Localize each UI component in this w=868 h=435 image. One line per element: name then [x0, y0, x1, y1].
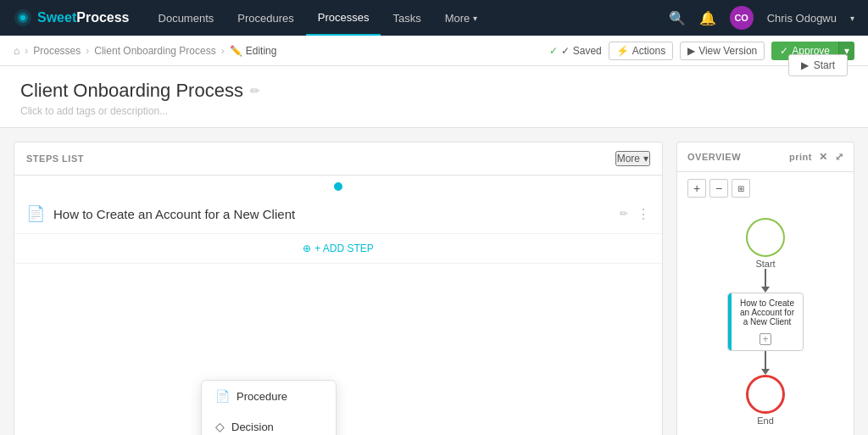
step-procedure-icon: 📄	[26, 204, 45, 223]
diagram-start-node	[746, 218, 785, 257]
logo[interactable]: SweetProcess	[14, 8, 130, 27]
svg-point-2	[20, 15, 25, 20]
main-content: STEPS LIST More ▾ 📄 How to Create an Acc…	[0, 128, 868, 435]
steps-more-button[interactable]: More ▾	[615, 151, 650, 166]
dropdown-procedure[interactable]: 📄 Procedure	[202, 381, 336, 411]
diagram-start-label: Start	[755, 259, 775, 269]
step-expand-icon[interactable]: +	[760, 333, 771, 345]
overview-panel: OVERVIEW print ✕ ⤢ + − ⊞ Start	[676, 142, 854, 435]
nav-tasks[interactable]: Tasks	[381, 0, 432, 36]
nav-procedures[interactable]: Procedures	[225, 0, 305, 36]
arrow-annotation	[99, 431, 201, 435]
avatar[interactable]: CO	[730, 6, 754, 30]
overview-header-actions: print ✕ ⤢	[789, 151, 843, 163]
step-item: 📄 How to Create an Account for a New Cli…	[14, 194, 662, 234]
approve-check-icon: ✓	[780, 45, 788, 57]
nav-more[interactable]: More ▾	[433, 0, 490, 36]
start-play-icon: ▶	[801, 59, 809, 71]
lightning-icon: ⚡	[616, 45, 629, 57]
view-version-button[interactable]: ▶ View Version	[680, 42, 765, 60]
tags-description[interactable]: Click to add tags or description...	[20, 105, 260, 117]
editing-badge: ✏️ Editing	[230, 45, 277, 57]
step-title: How to Create an Account for a New Clien…	[53, 207, 611, 221]
diagram-end-node	[746, 375, 785, 414]
fit-button[interactable]: ⊞	[732, 179, 750, 198]
logo-process: Process	[76, 10, 129, 25]
add-step-button[interactable]: ⊕ + ADD STEP	[303, 243, 374, 254]
decision-icon: ◇	[215, 420, 225, 433]
user-menu-chevron[interactable]: ▾	[850, 14, 854, 23]
overview-diagram: Start How to Createan Account fora New C…	[677, 204, 854, 435]
steps-more-chevron: ▾	[643, 153, 648, 165]
breadcrumb-home[interactable]: ⌂	[14, 45, 19, 57]
print-button[interactable]: print	[789, 152, 812, 162]
nav-documents[interactable]: Documents	[147, 0, 226, 36]
step-edit-icon[interactable]: ✏	[620, 208, 628, 220]
user-name[interactable]: Chris Odogwu	[767, 12, 837, 25]
overview-header: OVERVIEW print ✕ ⤢	[677, 142, 854, 172]
breadcrumb-bar: ⌂ › Processes › Client Onboarding Proces…	[0, 36, 868, 66]
step-menu-icon[interactable]: ⋮	[637, 206, 650, 222]
diagram-arrow-1	[761, 269, 770, 293]
logo-icon	[14, 8, 32, 27]
zoom-out-button[interactable]: −	[709, 179, 728, 198]
diagram-start-group: Start	[746, 218, 785, 269]
connector-dot	[334, 182, 342, 191]
arrow-svg	[99, 431, 201, 435]
steps-panel: STEPS LIST More ▾ 📄 How to Create an Acc…	[14, 142, 663, 435]
title-edit-icon[interactable]: ✏	[250, 84, 260, 98]
diagram-arrow-2	[761, 351, 770, 375]
breadcrumb-client-onboarding[interactable]: Client Onboarding Process	[94, 45, 215, 57]
diagram-end-label: End	[757, 415, 774, 426]
add-step-plus-icon: ⊕	[303, 243, 311, 254]
overview-expand-button[interactable]: ⤢	[835, 151, 844, 163]
saved-button[interactable]: ✓ ✓ Saved	[549, 45, 601, 57]
dropdown-popup: 📄 Procedure ◇ Decision ○ End Step	[201, 380, 337, 435]
start-button[interactable]: ▶ Start	[788, 54, 848, 76]
overview-close-button[interactable]: ✕	[819, 151, 828, 163]
nav-right-actions: 🔍 🔔 CO Chris Odogwu ▾	[669, 6, 854, 30]
actions-button[interactable]: ⚡ Actions	[609, 42, 673, 60]
bell-icon[interactable]: 🔔	[699, 10, 716, 26]
diagram-end-group: End	[746, 375, 785, 426]
diagram-step-node: How to Createan Account fora New Client …	[727, 293, 804, 351]
nav-processes[interactable]: Processes	[306, 0, 381, 36]
breadcrumb-processes[interactable]: Processes	[33, 45, 81, 57]
dropdown-decision[interactable]: ◇ Decision	[202, 411, 336, 435]
more-chevron: ▾	[473, 14, 477, 23]
process-header: Client Onboarding Process ✏ Click to add…	[0, 66, 868, 128]
add-step-row: ⊕ + ADD STEP	[14, 234, 662, 264]
process-title: Client Onboarding Process ✏	[20, 80, 260, 102]
check-icon: ✓	[549, 45, 558, 57]
zoom-in-button[interactable]: +	[687, 179, 706, 198]
diagram-step-group: How to Createan Account fora New Client …	[727, 293, 804, 351]
editing-pencil-icon: ✏️	[230, 45, 242, 57]
steps-connector	[14, 176, 662, 194]
steps-header: STEPS LIST More ▾	[14, 142, 662, 176]
top-navigation: SweetProcess Documents Procedures Proces…	[0, 0, 868, 36]
logo-sweet: Sweet	[37, 10, 76, 25]
procedure-icon: 📄	[215, 389, 230, 403]
search-icon[interactable]: 🔍	[669, 10, 686, 26]
play-icon: ▶	[687, 45, 695, 57]
overview-zoom-controls: + − ⊞	[677, 172, 854, 204]
